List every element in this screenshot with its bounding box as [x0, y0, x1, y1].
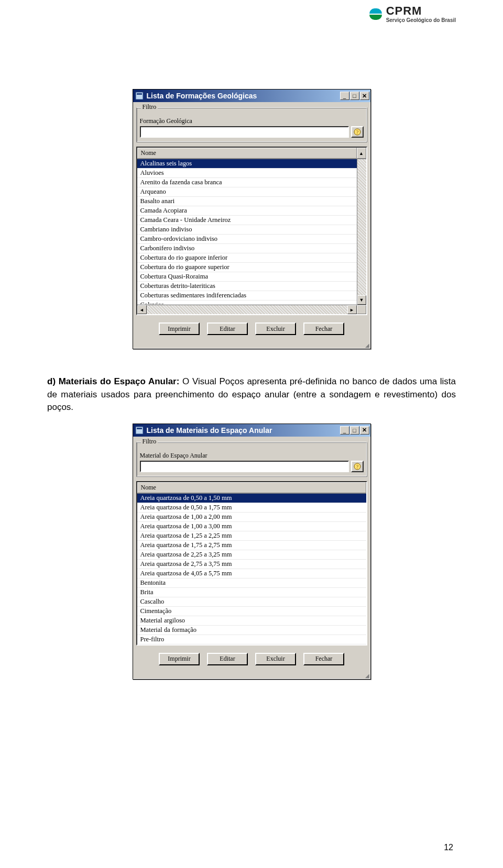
list-row[interactable]: Areia quartzosa de 2,25 a 3,25 mm — [137, 550, 366, 560]
close-window-button[interactable]: ✕ — [360, 426, 369, 435]
filter-legend: Filtro — [141, 438, 158, 446]
list-row[interactable]: Brita — [137, 588, 366, 597]
help-icon: ? — [354, 463, 361, 470]
minimize-button[interactable]: _ — [340, 92, 349, 100]
filter-group: Filtro Material do Espaço Anular ? — [136, 442, 367, 477]
list-row[interactable]: Aluvioes — [137, 169, 357, 178]
list-row[interactable]: Camada Ceara - Unidade Arneiroz — [137, 216, 357, 225]
scroll-corner — [357, 305, 366, 314]
list-row[interactable]: Cambro-ordoviciano indiviso — [137, 235, 357, 244]
print-button[interactable]: Imprimir — [159, 322, 200, 335]
edit-button[interactable]: Editar — [207, 322, 248, 335]
list-row[interactable]: Cobertura Quasi-Roraima — [137, 272, 357, 282]
column-nome[interactable]: Nome — [137, 148, 357, 159]
filter-label: Material do Espaço Anular — [140, 452, 364, 460]
list-row[interactable]: Cobertura do rio guapore superior — [137, 263, 357, 272]
paragraph-materiais: d) Materiais do Espaço Anular: O Visual … — [47, 375, 456, 414]
filter-input[interactable] — [140, 126, 349, 138]
edit-button[interactable]: Editar — [207, 653, 248, 665]
list-row[interactable]: Areia quartzosa de 1,00 a 3,00 mm — [137, 522, 366, 531]
header-logo: CPRM Serviço Geológico do Brasil — [368, 5, 456, 23]
list-row[interactable]: Material da formação — [137, 626, 366, 635]
list-materiais: Nome Areia quartzosa de 0,50 a 1,50 mmAr… — [136, 481, 367, 646]
list-row-cutoff[interactable]: Coluvios — [137, 301, 357, 305]
list-row[interactable]: Basalto anari — [137, 197, 357, 206]
list-row[interactable]: Arenito da fazenda casa branca — [137, 178, 357, 187]
list-row[interactable]: Bentonita — [137, 578, 366, 588]
window-formacoes: Lista de Formações Geológicas _ □ ✕ Filt… — [133, 89, 371, 349]
list-row[interactable]: Material argiloso — [137, 616, 366, 626]
scroll-left-button[interactable]: ◄ — [137, 305, 147, 314]
close-button[interactable]: Fechar — [303, 653, 344, 665]
list-row[interactable]: Cambriano indiviso — [137, 225, 357, 235]
delete-button[interactable]: Excluir — [255, 653, 296, 665]
list-row[interactable]: Areia quartzosa de 1,75 a 2,75 mm — [137, 541, 366, 550]
svg-text:?: ? — [356, 129, 358, 135]
filter-help-button[interactable]: ? — [351, 461, 364, 472]
filter-label: Formação Geológica — [140, 117, 364, 125]
list-row[interactable]: Cascalho — [137, 597, 366, 607]
window-materiais: Lista de Materiais do Espaço Anular _ □ … — [133, 424, 371, 680]
horizontal-scrollbar[interactable]: ◄ ► — [137, 305, 366, 314]
svg-rect-5 — [137, 428, 142, 429]
logo-mark-icon — [368, 5, 383, 23]
list-row[interactable]: Arqueano — [137, 187, 357, 197]
app-icon — [135, 91, 144, 101]
resize-grip-icon[interactable]: ◢ — [133, 673, 370, 679]
minimize-button[interactable]: _ — [340, 426, 349, 435]
titlebar[interactable]: Lista de Formações Geológicas _ □ ✕ — [133, 90, 370, 102]
logo-subtitle: Serviço Geológico do Brasil — [386, 18, 456, 23]
filter-legend: Filtro — [141, 103, 158, 111]
list-row[interactable]: Cimentação — [137, 607, 366, 616]
filter-input[interactable] — [140, 461, 349, 472]
list-row[interactable]: Coberturas detrito-lateriticas — [137, 282, 357, 291]
delete-button[interactable]: Excluir — [255, 322, 296, 335]
window-title: Lista de Materiais do Espaço Anular — [147, 426, 340, 435]
column-nome[interactable]: Nome — [137, 482, 366, 493]
paragraph-lead: d) Materiais do Espaço Anular: — [47, 376, 179, 386]
list-row[interactable]: Areia quartzosa de 1,25 a 2,25 mm — [137, 531, 366, 541]
list-row[interactable]: Camada Acopiara — [137, 206, 357, 216]
print-button[interactable]: Imprimir — [159, 653, 200, 665]
list-row[interactable]: Coberturas sedimentares indiferenciadas — [137, 291, 357, 301]
help-icon: ? — [354, 128, 361, 136]
list-row[interactable]: Areia quartzosa de 2,75 a 3,75 mm — [137, 560, 366, 569]
maximize-button[interactable]: □ — [350, 426, 359, 435]
window-title: Lista de Formações Geológicas — [147, 92, 340, 100]
list-row[interactable]: Alcalinas seis lagos — [137, 159, 357, 169]
scroll-down-button[interactable]: ▼ — [357, 295, 366, 305]
svg-text:?: ? — [356, 464, 358, 470]
list-row[interactable]: Areia quartzosa de 1,00 a 2,00 mm — [137, 513, 366, 522]
filter-group: Filtro Formação Geológica ? — [136, 107, 367, 142]
list-row[interactable]: Areia quartzosa de 4,05 a 5,75 mm — [137, 569, 366, 578]
scroll-right-button[interactable]: ► — [347, 305, 357, 314]
list-row[interactable]: Cobertura do rio guapore inferior — [137, 253, 357, 263]
close-window-button[interactable]: ✕ — [360, 92, 369, 100]
maximize-button[interactable]: □ — [350, 92, 359, 100]
filter-help-button[interactable]: ? — [351, 126, 364, 138]
resize-grip-icon[interactable]: ◢ — [133, 342, 370, 349]
list-row[interactable]: Areia quartzosa de 0,50 a 1,75 mm — [137, 503, 366, 513]
list-row[interactable]: Pre-filtro — [137, 635, 366, 644]
page-number: 12 — [444, 843, 453, 852]
vertical-scrollbar[interactable]: ▼ — [357, 159, 366, 305]
scroll-up-button[interactable]: ▲ — [357, 148, 366, 159]
list-formacoes: Nome ▲ Alcalinas seis lagosAluvioesAreni… — [136, 147, 367, 315]
list-row[interactable]: Carbonifero indiviso — [137, 244, 357, 253]
logo-name: CPRM — [386, 5, 456, 17]
close-button[interactable]: Fechar — [303, 322, 344, 335]
app-icon — [135, 426, 144, 435]
titlebar[interactable]: Lista de Materiais do Espaço Anular _ □ … — [133, 424, 370, 437]
svg-rect-1 — [137, 93, 142, 95]
list-row[interactable]: Areia quartzosa de 0,50 a 1,50 mm — [137, 494, 366, 503]
